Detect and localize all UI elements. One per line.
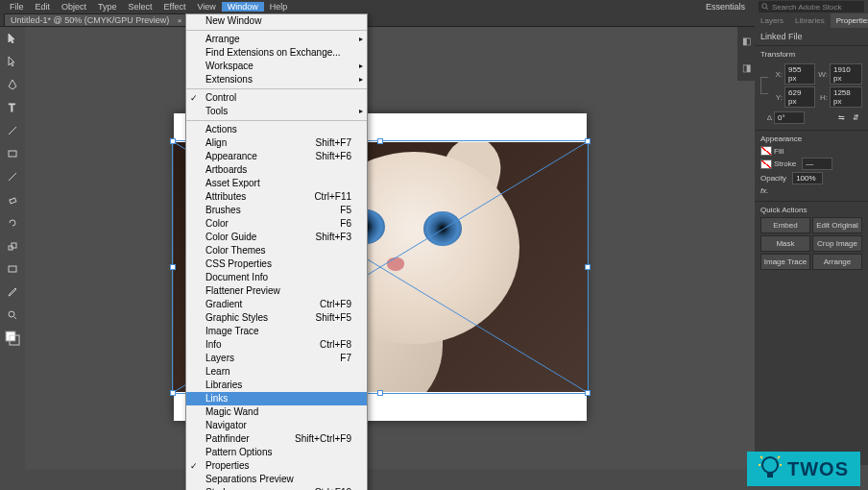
menuitem-asset-export[interactable]: Asset Export bbox=[186, 177, 367, 190]
menuitem-color[interactable]: ColorF6 bbox=[186, 217, 367, 231]
paintbrush-tool[interactable] bbox=[2, 166, 23, 187]
flip-v-icon[interactable]: ⇵ bbox=[850, 113, 862, 122]
workspace-switcher[interactable]: Essentials bbox=[696, 2, 755, 12]
menuitem-extensions[interactable]: Extensions bbox=[186, 73, 367, 86]
stroke-weight[interactable]: — bbox=[802, 158, 832, 170]
menuitem-find-extensions-on-exchange-[interactable]: Find Extensions on Exchange... bbox=[186, 46, 367, 60]
document-tab[interactable]: Untitled-1* @ 50% (CMYK/GPU Preview) × bbox=[4, 13, 188, 26]
menuitem-layers[interactable]: LayersF7 bbox=[186, 352, 367, 365]
menuitem-links[interactable]: Links bbox=[186, 392, 367, 405]
flip-h-icon[interactable]: ⇋ bbox=[835, 113, 848, 122]
direct-selection-tool[interactable] bbox=[2, 51, 23, 72]
y-value[interactable]: 629 px bbox=[784, 86, 815, 108]
qa-arrange-button[interactable]: Arrange bbox=[812, 254, 862, 270]
menu-effect[interactable]: Effect bbox=[158, 2, 192, 12]
menuitem-css-properties[interactable]: CSS Properties bbox=[186, 257, 367, 271]
menuitem-libraries[interactable]: Libraries bbox=[186, 379, 367, 392]
pen-tool[interactable] bbox=[2, 74, 23, 95]
menuitem-info[interactable]: InfoCtrl+F8 bbox=[186, 338, 367, 352]
svg-line-20 bbox=[778, 456, 780, 458]
menuitem-pattern-options[interactable]: Pattern Options bbox=[186, 446, 367, 459]
angle-label: Δ bbox=[760, 113, 772, 122]
collapsed-panel-icon[interactable]: ◧ bbox=[737, 27, 755, 54]
quick-actions-section: Quick Actions Embed Edit Original Mask C… bbox=[755, 202, 868, 276]
menuitem-learn[interactable]: Learn bbox=[186, 365, 367, 379]
panel-tab-layers[interactable]: Layers bbox=[755, 13, 789, 28]
menu-edit[interactable]: Edit bbox=[30, 2, 57, 12]
collapsed-panel-icon[interactable]: ◨ bbox=[737, 54, 755, 81]
menu-file[interactable]: File bbox=[4, 2, 30, 12]
panel-tab-properties[interactable]: Properties bbox=[831, 13, 868, 28]
angle-value[interactable]: 0° bbox=[774, 111, 805, 124]
menuitem-color-themes[interactable]: Color Themes bbox=[186, 244, 367, 257]
search-placeholder: Search Adobe Stock bbox=[772, 3, 842, 12]
menuitem-gradient[interactable]: GradientCtrl+F9 bbox=[186, 298, 367, 311]
menuitem-new-window[interactable]: New Window bbox=[186, 14, 367, 28]
menuitem-flattener-preview[interactable]: Flattener Preview bbox=[186, 284, 367, 298]
y-label: Y: bbox=[772, 93, 783, 102]
menuitem-navigator[interactable]: Navigator bbox=[186, 419, 367, 432]
x-value[interactable]: 955 px bbox=[784, 63, 815, 85]
menuitem-artboards[interactable]: Artboards bbox=[186, 163, 367, 177]
right-panels: Layers Libraries Properties Linked File … bbox=[755, 13, 868, 465]
svg-rect-4 bbox=[9, 151, 16, 157]
lightbulb-icon bbox=[759, 455, 782, 482]
fill-swatch[interactable] bbox=[760, 146, 772, 156]
stroke-swatch[interactable] bbox=[760, 159, 772, 169]
menuitem-properties[interactable]: Properties bbox=[186, 459, 367, 473]
appearance-heading: Appearance bbox=[760, 135, 862, 143]
qa-image-trace-button[interactable]: Image Trace bbox=[760, 254, 810, 270]
zoom-tool[interactable] bbox=[2, 305, 23, 326]
menuitem-workspace[interactable]: Workspace bbox=[186, 60, 367, 73]
menu-window[interactable]: Window bbox=[222, 2, 264, 12]
h-label: H: bbox=[817, 93, 828, 102]
appearance-section: Appearance Fill Stroke — Opacity 100% fx… bbox=[755, 131, 868, 202]
menuitem-arrange[interactable]: Arrange bbox=[186, 33, 367, 46]
rotate-tool[interactable] bbox=[2, 212, 23, 233]
selection-type-header: Linked File bbox=[755, 28, 868, 46]
menuitem-align[interactable]: AlignShift+F7 bbox=[186, 136, 367, 150]
search-box[interactable]: Search Adobe Stock bbox=[759, 1, 864, 12]
canvas[interactable] bbox=[25, 27, 755, 469]
menuitem-stroke[interactable]: StrokeCtrl+F10 bbox=[186, 486, 367, 490]
menuitem-separations-preview[interactable]: Separations Preview bbox=[186, 473, 367, 486]
menuitem-image-trace[interactable]: Image Trace bbox=[186, 325, 367, 338]
line-tool[interactable] bbox=[2, 120, 23, 141]
svg-line-1 bbox=[766, 8, 768, 10]
menuitem-actions[interactable]: Actions bbox=[186, 123, 367, 136]
close-tab-icon[interactable]: × bbox=[178, 16, 182, 25]
menuitem-pathfinder[interactable]: PathfinderShift+Ctrl+F9 bbox=[186, 432, 367, 446]
eraser-tool[interactable] bbox=[2, 189, 23, 210]
menuitem-color-guide[interactable]: Color GuideShift+F3 bbox=[186, 231, 367, 244]
menu-help[interactable]: Help bbox=[264, 2, 294, 12]
reference-point-icon[interactable] bbox=[760, 77, 768, 94]
qa-mask-button[interactable]: Mask bbox=[760, 235, 810, 252]
type-tool[interactable]: T bbox=[2, 97, 23, 118]
panel-tab-libraries[interactable]: Libraries bbox=[789, 13, 831, 28]
scale-tool[interactable] bbox=[2, 235, 23, 257]
menuitem-document-info[interactable]: Document Info bbox=[186, 271, 367, 284]
selection-tool[interactable] bbox=[2, 28, 23, 49]
rectangle-tool[interactable] bbox=[2, 143, 23, 164]
menuitem-appearance[interactable]: AppearanceShift+F6 bbox=[186, 150, 367, 163]
menu-object[interactable]: Object bbox=[56, 2, 92, 12]
menuitem-attributes[interactable]: AttributesCtrl+F11 bbox=[186, 190, 367, 204]
qa-crop-image-button[interactable]: Crop Image bbox=[812, 235, 862, 252]
menuitem-graphic-styles[interactable]: Graphic StylesShift+F5 bbox=[186, 311, 367, 325]
menuitem-tools[interactable]: Tools bbox=[186, 105, 367, 118]
qa-edit-original-button[interactable]: Edit Original bbox=[812, 217, 862, 233]
menuitem-magic-wand[interactable]: Magic Wand bbox=[186, 405, 367, 419]
opacity-value[interactable]: 100% bbox=[792, 172, 823, 184]
w-value[interactable]: 1910 px bbox=[830, 63, 862, 85]
gradient-tool[interactable] bbox=[2, 258, 23, 280]
menu-select[interactable]: Select bbox=[123, 2, 158, 12]
qa-embed-button[interactable]: Embed bbox=[760, 217, 810, 233]
menu-type[interactable]: Type bbox=[92, 2, 123, 12]
menuitem-brushes[interactable]: BrushesF5 bbox=[186, 204, 367, 217]
fx-label[interactable]: fx. bbox=[760, 186, 768, 195]
eyedropper-tool[interactable] bbox=[2, 282, 23, 303]
menuitem-control[interactable]: Control bbox=[186, 91, 367, 105]
h-value[interactable]: 1258 px bbox=[830, 86, 862, 108]
menu-view[interactable]: View bbox=[191, 2, 221, 12]
fill-stroke-swatch[interactable] bbox=[2, 328, 23, 349]
